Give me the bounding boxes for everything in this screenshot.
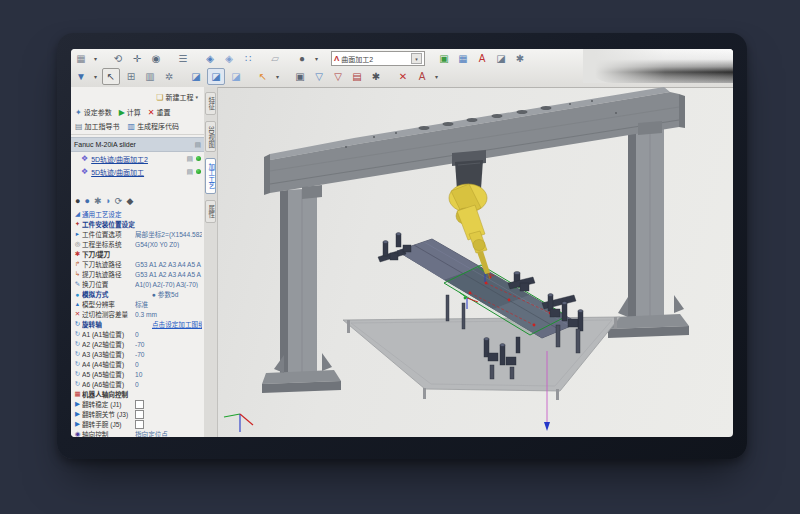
plane-icon[interactable]: ▱: [267, 51, 283, 66]
orbit-icon[interactable]: ⟲: [110, 51, 126, 66]
property-row[interactable]: ↻ A6 (A6轴位置) 0: [71, 379, 204, 389]
property-value[interactable]: 标准: [135, 299, 202, 309]
property-value[interactable]: 10: [135, 371, 202, 378]
filter-red-icon[interactable]: ▽: [330, 69, 346, 84]
notebook-icon[interactable]: ▥: [142, 69, 158, 84]
settings-icon[interactable]: ✱: [512, 51, 528, 66]
pdf-export-icon[interactable]: A: [474, 51, 490, 66]
tree-root-robot[interactable]: Fanuc M-20iA slider ▤: [71, 137, 204, 152]
property-row[interactable]: ✱ 下刀/提刀: [71, 249, 204, 259]
pick-cursor-icon[interactable]: ↖: [255, 69, 271, 84]
set-parameters-button[interactable]: ✦ 设定参数: [75, 107, 112, 117]
property-row[interactable]: ▴ 模型分辨率 标准: [71, 299, 204, 309]
property-row[interactable]: ◎ 工程坐标系统 G54(X0 Y0 Z0): [71, 239, 204, 249]
property-value[interactable]: G53 A1 A2 A3 A4 A5 A: [135, 261, 202, 268]
active-operation-combo[interactable]: Λ 曲面加工2 ▾: [331, 51, 425, 66]
assembly-tree-icon[interactable]: ☰: [175, 51, 191, 66]
tree-item-operation[interactable]: ❖ 5D轨迹/曲面加工 ▤: [71, 165, 204, 178]
property-row[interactable]: ◢ 通用工艺设定: [71, 209, 204, 219]
property-row[interactable]: ▶ 翻转手腕 (J5): [71, 419, 204, 429]
property-value[interactable]: ● 参数5d: [152, 289, 202, 299]
property-value[interactable]: 0: [135, 331, 202, 338]
property-row[interactable]: ↻ 旋转轴 点击设定加工图纸刀尖点: [71, 319, 204, 329]
gears-icon[interactable]: ✲: [161, 69, 177, 84]
property-row[interactable]: ↱ 下刀轨迹路径 G53 A1 A2 A3 A4 A5 A: [71, 259, 204, 269]
blue-sphere-icon[interactable]: ●: [84, 196, 89, 206]
property-value[interactable]: G54(X0 Y0 Z0): [135, 241, 202, 248]
checkbox[interactable]: [135, 400, 144, 409]
post-doc-icon[interactable]: A: [414, 69, 430, 84]
property-value[interactable]: 0.3 mm: [135, 311, 202, 318]
machine-setup-icon[interactable]: ✱: [368, 69, 384, 84]
select-cursor-icon[interactable]: ↖: [102, 68, 120, 85]
property-row[interactable]: ✦ 工件安装位置设定: [71, 219, 204, 229]
simulation-view-icon[interactable]: ▣: [292, 69, 308, 84]
property-row[interactable]: ↻ A1 (A1轴位置) 0: [71, 329, 204, 339]
sheet-format-icon[interactable]: ▦: [73, 51, 89, 66]
dropdown-caret[interactable]: ▾: [433, 69, 440, 84]
side-tab[interactable]: 属性: [205, 200, 216, 223]
property-row[interactable]: ● 模拟方式 ● 参数5d: [71, 289, 204, 299]
property-value[interactable]: 0: [135, 361, 202, 368]
filter-icon[interactable]: ▽: [311, 69, 327, 84]
property-row[interactable]: ↻ A5 (A5轴位置) 10: [71, 369, 204, 379]
property-row[interactable]: ↳ 提刀轨迹路径 G53 A1 A2 A3 A4 A5 A: [71, 269, 204, 279]
property-row[interactable]: ↻ A2 (A2轴位置) -70: [71, 339, 204, 349]
dropdown-caret[interactable]: ▾: [92, 51, 99, 66]
property-value[interactable]: 局部坐标2=(X1544.582: [135, 229, 202, 239]
drawing-icon[interactable]: ◪: [493, 51, 509, 66]
toolpath-surface3-icon[interactable]: ◪: [228, 69, 244, 84]
dropdown-caret[interactable]: ▾: [274, 69, 281, 84]
render-icon[interactable]: ▣: [436, 51, 452, 66]
sphere-icon[interactable]: ●: [294, 51, 310, 66]
property-row[interactable]: ◉ 轴向控制 指向定位点: [71, 429, 204, 437]
property-row[interactable]: ▸ 工件位置选项 局部坐标2=(X1544.582: [71, 229, 204, 239]
surface-gem-icon[interactable]: ◈: [202, 51, 218, 66]
delete-path-icon[interactable]: ✕: [395, 69, 411, 84]
property-row[interactable]: ▶ 翻转稳定 (J1): [71, 399, 204, 409]
property-value[interactable]: -70: [135, 351, 202, 358]
property-row[interactable]: ✎ 换刀位置 A1(0) A2(-70) A3(-70): [71, 279, 204, 289]
dark-sphere-icon[interactable]: ●: [75, 196, 80, 206]
screenshot-icon[interactable]: ▦: [455, 51, 471, 66]
property-row[interactable]: ▶ 翻转腕关节 (J3): [71, 409, 204, 419]
calculate-button[interactable]: ▶ 计算: [119, 107, 141, 117]
dropdown-caret[interactable]: ▾: [313, 51, 320, 66]
property-value[interactable]: 0: [135, 381, 202, 388]
dropdown-caret[interactable]: ▾: [92, 69, 99, 84]
tree-item-operation[interactable]: ❖ 5D轨迹/曲面加工2 ▤: [71, 152, 204, 165]
combo-dropdown-button[interactable]: ▾: [411, 53, 422, 64]
checkbox[interactable]: [135, 410, 144, 419]
property-row[interactable]: ↻ A3 (A3轴位置) -70: [71, 349, 204, 359]
side-tab[interactable]: 特征: [205, 92, 216, 115]
save-export-icon[interactable]: ▼: [73, 69, 89, 84]
surface-blob-icon[interactable]: ◗: [105, 196, 110, 206]
pan-icon[interactable]: ✛: [129, 51, 145, 66]
property-value[interactable]: G53 A1 A2 A3 A4 A5 A: [135, 271, 202, 278]
property-value[interactable]: 指向定位点: [135, 429, 202, 437]
property-row[interactable]: ▦ 机器人轴向控制: [71, 389, 204, 399]
zoom-icon[interactable]: ◉: [148, 51, 164, 66]
property-value[interactable]: A1(0) A2(-70) A3(-70): [135, 281, 202, 288]
viewport-3d[interactable]: [218, 87, 733, 437]
property-value[interactable]: 点击设定加工图纸刀尖点: [152, 319, 202, 329]
gear-icon[interactable]: ✱: [94, 196, 102, 206]
new-project-button[interactable]: ❏ 新建工程 ▾: [71, 87, 204, 104]
reset-button[interactable]: ✕ 重置: [148, 107, 171, 117]
work-instruction-button[interactable]: ▤ 加工指导书: [75, 121, 120, 131]
property-value[interactable]: -70: [135, 341, 202, 348]
side-tab[interactable]: 3D视图: [205, 121, 216, 152]
checkbox[interactable]: [135, 420, 144, 429]
split-view-icon[interactable]: ⊞: [123, 69, 139, 84]
property-row[interactable]: ✕ 过切检测容差量 0.3 mm: [71, 309, 204, 319]
gem-icon[interactable]: ◆: [126, 196, 133, 206]
toolpath-surface-active-icon[interactable]: ◪: [207, 68, 225, 85]
surface-gem2-icon[interactable]: ◈: [221, 51, 237, 66]
toolpath-surface-icon[interactable]: ◪: [188, 69, 204, 84]
swirl-icon[interactable]: ⟳: [115, 196, 123, 206]
generate-code-button[interactable]: ▥ 生成程序代码: [128, 121, 180, 131]
property-row[interactable]: ↻ A4 (A4轴位置) 0: [71, 359, 204, 369]
program-table-icon[interactable]: ▤: [349, 69, 365, 84]
side-tab[interactable]: 加工工艺: [205, 158, 216, 194]
point-cloud-icon[interactable]: ∷: [240, 51, 256, 66]
